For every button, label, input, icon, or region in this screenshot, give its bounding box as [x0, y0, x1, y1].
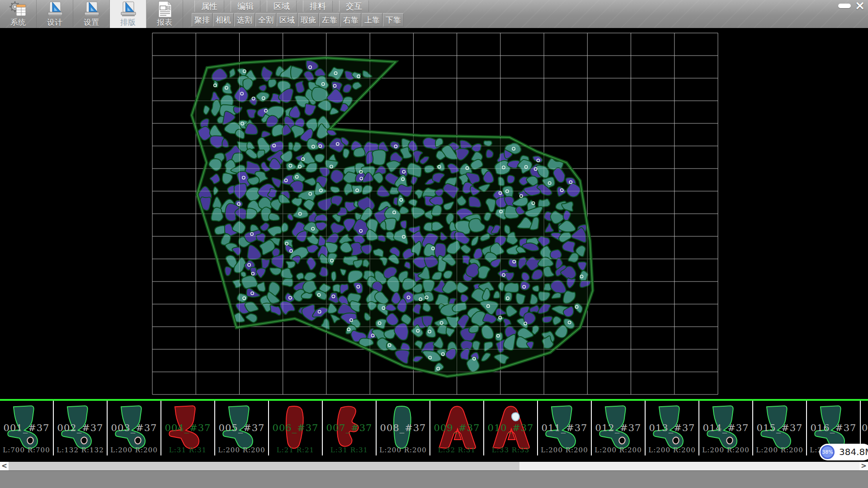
scroll-left-arrow[interactable]: < — [0, 462, 9, 470]
module-排版[interactable]: 排版 — [110, 0, 146, 28]
part-thumbnail[interactable]: 013_#37L:200 R:200 — [646, 401, 699, 455]
memory-size-label: 384.8M — [839, 444, 868, 460]
design-icon — [46, 0, 64, 18]
part-lr-count: L:31 R:31 — [161, 446, 214, 454]
part-lr-count: L:132 R:132 — [54, 446, 107, 454]
minimize-button[interactable] — [838, 4, 851, 8]
part-label: 011_#37 — [538, 422, 591, 433]
part-thumbnail[interactable]: 008_#37L:200 R:200 — [377, 401, 430, 455]
part-thumbnail[interactable]: 015_#37L:200 R:200 — [753, 401, 807, 455]
part-lr-count: L:200 R:200 — [646, 446, 698, 454]
close-button[interactable]: × — [853, 0, 867, 12]
nesting-canvas-svg[interactable] — [0, 28, 868, 399]
part-label: 013_#37 — [646, 422, 698, 433]
part-lr-count: L:200 R:200 — [377, 446, 429, 454]
part-thumbnail[interactable]: 005_#37L:200 R:200 — [215, 401, 269, 455]
part-label: 002_#37 — [54, 422, 107, 433]
part-thumbnail[interactable]: 001_#37L:700 R:700 — [0, 401, 54, 455]
horizontal-scrollbar[interactable]: < > — [0, 462, 868, 470]
module-label: 系统 — [10, 18, 26, 27]
part-lr-count: L:200 R:200 — [699, 446, 752, 454]
tool-button-相机[interactable]: 相机 — [213, 13, 234, 27]
part-thumbnail[interactable]: 006_#37L:21 R:21 — [269, 401, 323, 455]
part-thumbnail[interactable]: 007_#37L:31 R:31 — [323, 401, 377, 455]
tool-button-选割[interactable]: 选割 — [234, 13, 255, 27]
memory-usage-badge[interactable]: 38% 384.8M — [819, 444, 868, 460]
part-lr-count: L:33 R:33 — [484, 446, 537, 454]
module-label: 设计 — [47, 18, 62, 27]
tool-button-bar: 聚排相机选割全割区域瑕疵左靠右靠上靠下靠 — [192, 13, 404, 28]
module-报表[interactable]: 报表 — [146, 0, 183, 28]
part-lr-count: L:200 R:200 — [108, 446, 160, 454]
menu-tab-排料[interactable]: 排料 — [303, 0, 333, 12]
part-label: 014_#37 — [699, 422, 752, 433]
part-lr-count: L:200 R:200 — [215, 446, 268, 454]
part-lr-count: L:200 R:200 — [592, 446, 645, 454]
part-label: 008_#37 — [377, 422, 429, 433]
module-label: 报表 — [157, 18, 172, 27]
menu-tab-编辑[interactable]: 编辑 — [231, 0, 260, 12]
parts-thumbnail-strip: 001_#37L:700 R:700002_#37L:132 R:132003_… — [0, 399, 868, 462]
part-lr-count: L:200 R:200 — [538, 446, 591, 454]
module-设置[interactable]: 设置 — [73, 0, 110, 28]
part-thumbnail[interactable]: 011_#37L:200 R:200 — [538, 401, 592, 455]
part-lr-count: L:31 R:31 — [323, 446, 376, 454]
nesting-canvas[interactable] — [0, 28, 868, 399]
part-thumbnail[interactable]: 004_#37L:31 R:31 — [161, 401, 215, 455]
part-thumbnail[interactable]: 014_#37L:200 R:200 — [699, 401, 753, 455]
tool-button-全割[interactable]: 全割 — [255, 13, 276, 27]
menu-tab-bar: 属性编辑区域排料交互 — [194, 0, 375, 12]
menu-tab-属性[interactable]: 属性 — [194, 0, 224, 12]
part-label: 012_#37 — [592, 422, 645, 433]
part-label: 005_#37 — [215, 422, 268, 433]
part-thumbnail[interactable]: 003_#37L:200 R:200 — [108, 401, 161, 455]
system-icon — [9, 0, 27, 18]
part-label: 003_#37 — [108, 422, 160, 433]
part-lr-count: L:200 R:200 — [753, 446, 806, 454]
toolbar-header: 系统设计设置排版报表 属性编辑区域排料交互 聚排相机选割全割区域瑕疵左靠右靠上靠… — [0, 0, 868, 28]
part-lr-count: L:700 R:700 — [0, 446, 53, 454]
part-thumbnail[interactable]: 012_#37L:200 R:200 — [592, 401, 646, 455]
memory-percent-indicator: 38% — [821, 445, 835, 459]
tool-button-聚排[interactable]: 聚排 — [192, 13, 212, 27]
tool-button-瑕疵[interactable]: 瑕疵 — [298, 13, 319, 27]
part-thumbnail[interactable]: 010_#37L:33 R:33 — [484, 401, 538, 455]
tool-button-右靠[interactable]: 右靠 — [340, 13, 361, 27]
part-label: 004_#37 — [161, 422, 214, 433]
module-label: 排版 — [120, 18, 136, 27]
part-label: 010_#37 — [484, 422, 537, 433]
settings-icon — [82, 0, 100, 18]
tool-button-下靠[interactable]: 下靠 — [383, 13, 404, 27]
application-window: 系统设计设置排版报表 属性编辑区域排料交互 聚排相机选割全割区域瑕疵左靠右靠上靠… — [0, 0, 868, 488]
tool-button-区域[interactable]: 区域 — [277, 13, 297, 27]
menu-tab-区域[interactable]: 区域 — [267, 0, 297, 12]
tool-button-上靠[interactable]: 上靠 — [362, 13, 382, 27]
module-设计[interactable]: 设计 — [37, 0, 73, 28]
tool-button-左靠[interactable]: 左靠 — [319, 13, 340, 27]
part-lr-count: L:21 R:21 — [269, 446, 322, 454]
report-icon — [156, 0, 174, 18]
part-label: 016_#37 — [807, 422, 860, 433]
status-bar — [0, 470, 868, 488]
module-bar: 系统设计设置排版报表 — [0, 0, 183, 28]
part-label: 007_#37 — [323, 422, 376, 433]
part-label: 009_#37 — [430, 422, 483, 433]
part-lr-count: L:32 R:31 — [430, 446, 483, 454]
part-label: 015_#37 — [753, 422, 806, 433]
part-label: 0 — [862, 422, 868, 433]
scroll-right-arrow[interactable]: > — [859, 462, 868, 470]
module-label: 设置 — [84, 18, 99, 27]
part-thumbnail[interactable]: 009_#37L:32 R:31 — [430, 401, 484, 455]
module-系统[interactable]: 系统 — [0, 0, 37, 28]
layout-icon — [119, 0, 137, 18]
part-thumbnail[interactable]: 002_#37L:132 R:132 — [54, 401, 108, 455]
scrollbar-thumb[interactable] — [9, 462, 519, 470]
part-label: 001_#37 — [0, 422, 53, 433]
menu-tab-交互[interactable]: 交互 — [339, 0, 369, 12]
part-label: 006_#37 — [269, 422, 322, 433]
